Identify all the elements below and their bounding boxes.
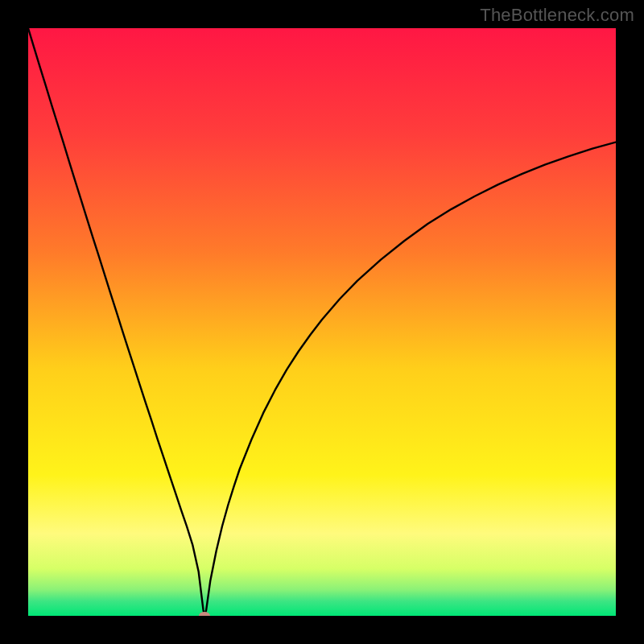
chart-root: TheBottleneck.com [0, 0, 644, 644]
bottleneck-curve-chart [0, 0, 644, 644]
watermark-text: TheBottleneck.com [480, 5, 634, 26]
